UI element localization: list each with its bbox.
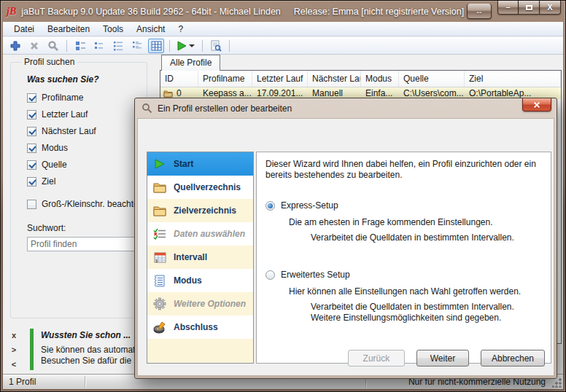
checkbox-label: Quelle bbox=[42, 160, 67, 170]
checkbox-row-profilname[interactable]: Profilname bbox=[27, 93, 142, 103]
search-question-label: Was suchen Sie? bbox=[27, 74, 142, 85]
table-header: ID Profilname Letzter Lauf Nächster Lauf… bbox=[160, 71, 561, 87]
report-preview-button[interactable] bbox=[208, 39, 224, 53]
column-header-naechster-lauf[interactable]: Nächster Lauf bbox=[308, 71, 361, 87]
minimize-button[interactable]: – bbox=[497, 1, 519, 15]
steps-filler-row bbox=[147, 339, 253, 362]
step-weitere-optionen: Weitere Optionen bbox=[147, 292, 253, 315]
folder-icon bbox=[152, 203, 167, 218]
radio-label: Erweitertes Setup bbox=[281, 270, 350, 280]
step-zielverzeichnis[interactable]: Zielverzeichnis bbox=[147, 199, 253, 222]
view-table-button[interactable] bbox=[148, 39, 164, 53]
close-icon: X bbox=[547, 3, 552, 12]
menu-ansicht[interactable]: Ansicht bbox=[130, 23, 171, 36]
checkbox[interactable] bbox=[27, 110, 36, 119]
dialog-close-button[interactable] bbox=[522, 98, 551, 111]
maximize-button[interactable] bbox=[519, 1, 540, 15]
step-label: Start bbox=[174, 159, 193, 169]
title-bar: jB jaBuT Backup 9.0 Update 36 Build 2962… bbox=[1, 1, 565, 22]
checkbox-row-case-sensitive[interactable]: Groß-/Kleinschr. beachten bbox=[27, 199, 142, 209]
add-profile-button[interactable] bbox=[7, 39, 23, 53]
step-quellverzeichnis[interactable]: Quellverzechnis bbox=[147, 176, 253, 199]
toolbar-separator bbox=[66, 40, 67, 52]
view-small-icons-button[interactable] bbox=[91, 39, 107, 53]
checkbox-label: Ziel bbox=[42, 176, 55, 187]
dialog-title: Ein Profil erstellen oder bearbeiten bbox=[158, 103, 292, 114]
radio-selected[interactable] bbox=[265, 201, 275, 211]
checkbox-row-letzter-lauf[interactable]: Letzter Lauf bbox=[27, 109, 142, 119]
cell-profilname: Keepass a... bbox=[198, 88, 252, 98]
menu-help[interactable]: ? bbox=[171, 23, 190, 36]
details-view-icon bbox=[131, 40, 143, 52]
tips-next-button[interactable]: > bbox=[9, 345, 19, 354]
flip-window-button[interactable]: ↔ bbox=[467, 4, 492, 19]
minimize-icon: – bbox=[505, 3, 510, 12]
run-dropdown-icon bbox=[189, 44, 195, 47]
app-window: jB jaBuT Backup 9.0 Update 36 Build 2962… bbox=[0, 0, 566, 392]
finish-disk-icon bbox=[152, 320, 167, 334]
next-button[interactable]: Weiter bbox=[416, 350, 469, 366]
view-details-button[interactable] bbox=[129, 39, 145, 53]
toolbar-separator bbox=[229, 40, 230, 52]
profile-wizard-dialog: Ein Profil erstellen oder bearbeiten Sta… bbox=[134, 98, 557, 379]
wizard-intro-text: Dieser Wizard wird Ihnen dabei helfen, e… bbox=[265, 159, 550, 181]
play-icon bbox=[177, 41, 187, 51]
tips-text-line: Besuchen Sie dafür die Pr bbox=[41, 356, 142, 366]
checkbox[interactable] bbox=[27, 177, 36, 187]
list-view-icon bbox=[112, 40, 124, 52]
menu-bar: Datei Bearbeiten Tools Ansicht ? bbox=[3, 22, 563, 36]
column-header-id[interactable]: ID bbox=[160, 71, 198, 87]
keyword-label: Suchwort: bbox=[27, 223, 142, 233]
checkbox-row-naechster-lauf[interactable]: Nächster Lauf bbox=[27, 126, 142, 136]
back-button[interactable]: Zurück bbox=[348, 350, 405, 366]
dialog-title-bar: Ein Profil erstellen oder bearbeiten bbox=[135, 98, 557, 118]
tips-close-button[interactable]: x bbox=[9, 331, 19, 340]
menu-datei[interactable]: Datei bbox=[7, 23, 41, 36]
tips-prev-button[interactable]: < bbox=[9, 360, 19, 369]
run-profile-button[interactable] bbox=[175, 39, 197, 53]
column-header-modus[interactable]: Modus bbox=[361, 71, 399, 87]
search-profile-button[interactable] bbox=[45, 39, 61, 53]
column-header-quelle[interactable]: Quelle bbox=[399, 71, 465, 87]
view-list-button[interactable] bbox=[110, 39, 126, 53]
menu-tools[interactable]: Tools bbox=[96, 23, 130, 36]
checkbox-label: Letzter Lauf bbox=[42, 109, 88, 119]
checkbox[interactable] bbox=[27, 93, 36, 103]
option-description: Verarbeitet die Quelldaten in bestimmten… bbox=[311, 302, 537, 324]
close-button[interactable]: X bbox=[540, 1, 561, 15]
view-tiles-button[interactable] bbox=[72, 39, 88, 53]
column-header-ziel[interactable]: Ziel bbox=[465, 71, 561, 87]
option-erweitertes-setup[interactable]: Erweitertes Setup bbox=[265, 270, 542, 280]
report-preview-icon bbox=[210, 40, 222, 52]
toolbar-separator bbox=[202, 40, 203, 52]
column-header-profilname[interactable]: Profilname bbox=[198, 71, 252, 87]
checkbox-row-ziel[interactable]: Ziel bbox=[27, 176, 142, 187]
step-abschluss[interactable]: Abschluss bbox=[147, 315, 253, 339]
step-modus[interactable]: Modus bbox=[147, 269, 253, 292]
radio-unselected[interactable] bbox=[265, 270, 275, 280]
folder-icon bbox=[152, 180, 167, 195]
checkbox-row-modus[interactable]: Modus bbox=[27, 143, 142, 153]
delete-profile-button[interactable] bbox=[26, 39, 42, 53]
checkbox[interactable] bbox=[27, 160, 36, 170]
cell-id: 0 bbox=[177, 88, 182, 98]
tips-heading: Wussten Sie schon ... bbox=[41, 330, 131, 340]
checkbox[interactable] bbox=[27, 127, 36, 136]
step-label: Modus bbox=[174, 275, 202, 286]
step-intervall[interactable]: 1 Intervall bbox=[147, 246, 253, 269]
cancel-button[interactable]: Abbrechen bbox=[481, 350, 545, 366]
group-title: Profil suchen bbox=[21, 57, 77, 67]
step-label: Quellverzechnis bbox=[174, 182, 241, 192]
column-header-letzter-lauf[interactable]: Letzter Lauf bbox=[252, 71, 308, 87]
menu-bearbeiten[interactable]: Bearbeiten bbox=[41, 23, 96, 36]
option-express-setup[interactable]: Express-Setup bbox=[265, 200, 542, 211]
play-icon bbox=[152, 157, 167, 171]
checkbox-row-quelle[interactable]: Quelle bbox=[27, 160, 142, 170]
checkbox[interactable] bbox=[27, 144, 36, 153]
step-start[interactable]: Start bbox=[147, 152, 253, 176]
checkbox[interactable] bbox=[27, 200, 36, 209]
profile-search-input[interactable] bbox=[27, 237, 147, 251]
resize-grip[interactable] bbox=[552, 378, 562, 388]
tab-alle-profile[interactable]: Alle Profile bbox=[161, 55, 220, 71]
app-logo-icon: jB bbox=[7, 6, 16, 17]
